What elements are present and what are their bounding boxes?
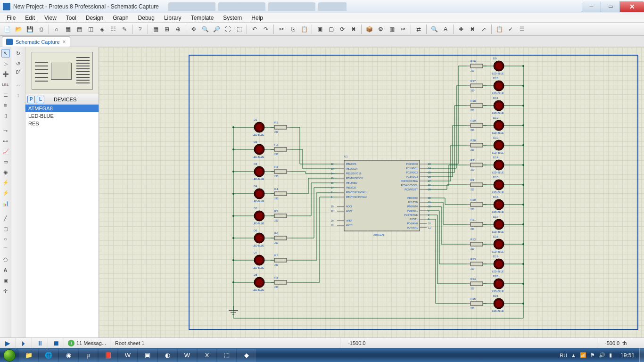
device-pin-icon[interactable]: ⊷ <box>1 137 10 145</box>
taskbar-word-icon[interactable]: W <box>178 349 197 362</box>
graph-icon[interactable]: 📈 <box>1 147 10 156</box>
tray-net-icon[interactable]: ▮ <box>609 352 612 358</box>
new-file-icon[interactable]: 📄 <box>2 24 12 34</box>
rotate-cw-icon[interactable]: ↻ <box>14 49 23 58</box>
zoom-out-icon[interactable]: 🔎 <box>211 24 222 34</box>
probe-v-icon[interactable]: ⚡ <box>1 178 10 187</box>
taskbar-explorer-icon[interactable]: 📁 <box>19 349 38 362</box>
tray-clock[interactable]: 19:51 <box>616 352 639 359</box>
block-delete-icon[interactable]: ✖ <box>348 24 359 34</box>
taskbar-utorrent-icon[interactable]: µ <box>79 349 98 362</box>
minimize-button[interactable]: ─ <box>582 1 601 12</box>
component-mode-icon[interactable]: ▷ <box>1 59 10 68</box>
junction-icon[interactable]: ➕ <box>1 70 10 78</box>
cut-icon[interactable]: ✂ <box>276 24 287 34</box>
tray-up-icon[interactable]: ▲ <box>571 353 576 358</box>
taskbar-app1-icon[interactable]: ◉ <box>59 349 78 362</box>
tab-close-icon[interactable]: × <box>63 39 66 45</box>
menu-file[interactable]: File <box>2 15 20 21</box>
stop-button[interactable]: ⏹ <box>48 338 64 348</box>
schematic-canvas[interactable]: U1ATMEGA812PB0/ICP113PB1/OC1A14PB2/SS/OC… <box>99 47 644 337</box>
wire-autoroute-icon[interactable]: ⇄ <box>413 24 424 34</box>
text-script-icon[interactable]: ☰ <box>1 90 10 99</box>
tray-volume-icon[interactable]: 🔊 <box>599 352 605 358</box>
packaging-icon[interactable]: ▥ <box>387 24 397 34</box>
help-icon[interactable]: ? <box>135 24 145 34</box>
tab-schematic[interactable]: Schematic Capture × <box>2 36 70 47</box>
terminal-icon[interactable]: ⊸ <box>1 126 10 135</box>
close-project-icon[interactable]: ⎙ <box>36 24 46 34</box>
taskbar-app9-icon[interactable]: ◆ <box>237 349 256 362</box>
erc-icon[interactable]: ✓ <box>505 24 516 34</box>
rotation-angle[interactable]: 0° <box>16 70 21 75</box>
search-icon[interactable]: 🔍 <box>429 24 439 34</box>
probe-i-icon[interactable]: ⚡ <box>1 189 10 197</box>
paste-icon[interactable]: 📋 <box>299 24 309 34</box>
rotate-ccw-icon[interactable]: ↺ <box>14 59 23 68</box>
label-icon[interactable]: LBL <box>1 80 10 89</box>
menu-graph[interactable]: Graph <box>108 15 133 21</box>
grid-toggle-icon[interactable]: ▦ <box>150 24 161 34</box>
bom-report-icon[interactable]: 📋 <box>494 24 504 34</box>
maximize-button[interactable]: ▭ <box>601 1 619 12</box>
symbol-2d-icon[interactable]: ▣ <box>1 276 10 285</box>
3d-icon[interactable]: ◫ <box>85 24 96 34</box>
schematic-icon[interactable]: ▦ <box>63 24 73 34</box>
mirror-h-icon[interactable]: ↔ <box>14 81 23 89</box>
pcb-icon[interactable]: ▤ <box>74 24 84 34</box>
taskbar-chrome-icon[interactable]: 🌐 <box>39 349 58 362</box>
arc-2d-icon[interactable]: ⌒ <box>1 245 10 254</box>
taskbar-proteus-icon[interactable]: ▣ <box>138 349 157 362</box>
block-copy-icon[interactable]: ▣ <box>314 24 325 34</box>
menu-tool[interactable]: Tool <box>61 15 81 21</box>
menu-design[interactable]: Design <box>81 15 108 21</box>
origin-icon[interactable]: ⊕ <box>173 24 183 34</box>
tape-icon[interactable]: ▭ <box>1 157 10 166</box>
remove-sheet-icon[interactable]: ✖ <box>467 24 478 34</box>
menu-system[interactable]: System <box>218 15 247 21</box>
new-sheet-icon[interactable]: ✚ <box>456 24 466 34</box>
path-2d-icon[interactable]: ⬠ <box>1 255 10 264</box>
close-button[interactable]: ✕ <box>619 1 644 12</box>
gerber-icon[interactable]: ◈ <box>97 24 107 34</box>
taskbar-app8-icon[interactable]: ⬚ <box>217 349 236 362</box>
bus-icon[interactable]: ≡ <box>1 101 10 109</box>
code-icon[interactable]: ✎ <box>119 24 130 34</box>
taskbar-pdf-icon[interactable]: 📕 <box>99 349 117 362</box>
zoom-area-icon[interactable]: ⬚ <box>234 24 244 34</box>
snap-icon[interactable]: ⊞ <box>162 24 172 34</box>
tray-battery-icon[interactable]: 📶 <box>580 352 586 358</box>
block-move-icon[interactable]: ▢ <box>326 24 336 34</box>
marker-icon[interactable]: ✛ <box>1 287 10 295</box>
box-2d-icon[interactable]: ▢ <box>1 224 10 233</box>
start-button[interactable] <box>0 348 19 362</box>
tray-flag-icon[interactable]: ⚑ <box>590 352 595 358</box>
pick-device-icon[interactable]: 📦 <box>364 24 374 34</box>
exit-sheet-icon[interactable]: ↗ <box>479 24 489 34</box>
redo-icon[interactable]: ↷ <box>261 24 271 34</box>
bom-icon[interactable]: ☷ <box>108 24 118 34</box>
pause-button[interactable]: ⏸ <box>32 338 48 348</box>
libraries-button[interactable]: L <box>37 96 44 103</box>
generator-icon[interactable]: ◉ <box>1 168 10 176</box>
block-rotate-icon[interactable]: ⟳ <box>337 24 347 34</box>
netlist-icon[interactable]: ☰ <box>517 24 527 34</box>
mirror-v-icon[interactable]: ↕ <box>14 91 23 99</box>
taskbar-app5-icon[interactable]: ◐ <box>158 349 177 362</box>
copy-icon[interactable]: ⎘ <box>288 24 298 34</box>
system-tray[interactable]: RU ▲ 📶 ⚑ 🔊 ▮ <box>556 352 616 358</box>
open-file-icon[interactable]: 📂 <box>13 24 24 34</box>
pick-parts-button[interactable]: P <box>27 96 35 103</box>
zoom-in-icon[interactable]: 🔍 <box>200 24 210 34</box>
zoom-fit-icon[interactable]: ⛶ <box>223 24 233 34</box>
messages-indicator[interactable]: i 11 Messag... <box>64 338 110 348</box>
menu-help[interactable]: Help <box>247 15 268 21</box>
overview-map[interactable] <box>25 47 99 94</box>
device-item-res[interactable]: RES <box>25 120 99 127</box>
menu-template[interactable]: Template <box>186 15 219 21</box>
menu-edit[interactable]: Edit <box>20 15 40 21</box>
show-desktop-button[interactable] <box>639 348 644 362</box>
save-file-icon[interactable]: 💾 <box>25 24 35 34</box>
text-2d-icon[interactable]: A <box>1 266 10 274</box>
pan-icon[interactable]: ✥ <box>189 24 199 34</box>
